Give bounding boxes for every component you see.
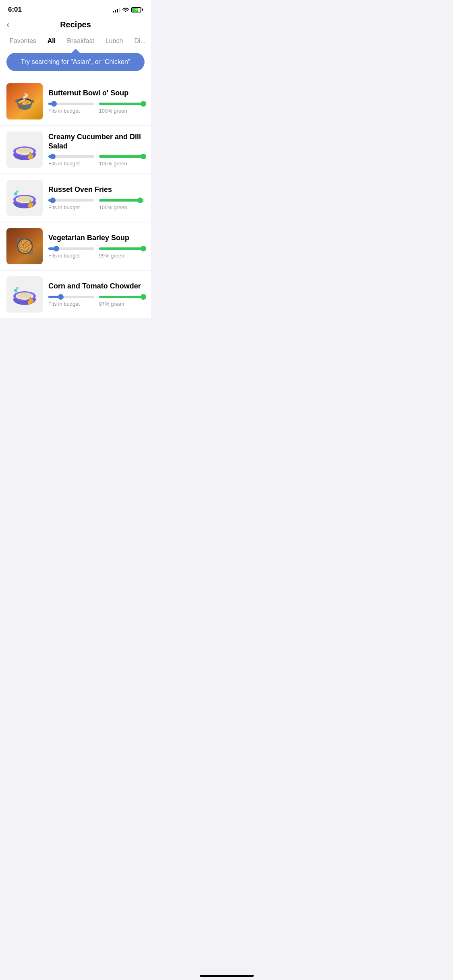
recipe-card-butternut-bowl[interactable]: 🍲 Butternut Bowl o' Soup Fits in budget — [0, 78, 151, 125]
recipe-name-russet: Russet Oven Fries — [48, 185, 145, 194]
status-icons: ⚡ — [113, 7, 143, 12]
recipe-list: 🍲 Butternut Bowl o' Soup Fits in budget — [0, 78, 151, 318]
page-title: Recipes — [60, 20, 91, 29]
recipe-image-cucumber — [6, 132, 43, 168]
svg-point-3 — [17, 148, 32, 153]
green-label-butternut: 100% green — [99, 108, 127, 114]
svg-point-19 — [17, 292, 32, 298]
recipe-info-russet: Russet Oven Fries Fits in budget — [48, 185, 145, 211]
tab-breakfast[interactable]: Breakfast — [61, 35, 100, 47]
svg-point-14 — [14, 192, 17, 196]
tab-favorites[interactable]: Favorites — [4, 35, 42, 47]
bowl-svg-3 — [8, 278, 41, 311]
recipe-image-russet — [6, 180, 43, 216]
budget-bar-cucumber — [48, 155, 94, 158]
recipe-name-chowder: Corn and Tomato Chowder — [48, 282, 145, 291]
svg-point-15 — [16, 190, 19, 193]
recipe-card-cucumber[interactable]: Creamy Cucumber and Dill Salad Fits in b… — [0, 126, 151, 173]
wifi-icon — [122, 7, 129, 12]
green-bar-butternut — [99, 103, 145, 105]
green-label-cucumber: 100% green — [99, 161, 127, 167]
recipe-info-chowder: Corn and Tomato Chowder Fits in budget — [48, 282, 145, 307]
budget-label-russet: Fits in budget — [48, 204, 80, 210]
budget-bar-russet — [48, 199, 94, 202]
recipe-name-cucumber: Creamy Cucumber and Dill Salad — [48, 132, 145, 150]
svg-point-10 — [17, 196, 32, 202]
status-time: 6:01 — [8, 6, 22, 14]
green-bar-russet — [99, 199, 145, 202]
recipe-image-barley: 🥘 — [6, 228, 43, 264]
budget-bar-butternut — [48, 103, 94, 105]
search-tooltip-wrap: Try searching for "Asian", or "Chicken" — [0, 53, 151, 78]
signal-icon — [113, 7, 120, 12]
bowl-svg-2 — [8, 182, 41, 214]
status-bar: 6:01 ⚡ — [0, 0, 151, 16]
header: ‹ Recipes — [0, 16, 151, 35]
green-bar-chowder — [99, 296, 145, 298]
recipe-info-butternut: Butternut Bowl o' Soup Fits in budget — [48, 89, 145, 114]
green-label-barley: 99% green — [99, 253, 124, 259]
green-bar-cucumber — [99, 155, 145, 158]
budget-label-cucumber: Fits in budget — [48, 161, 80, 167]
recipe-card-russet[interactable]: Russet Oven Fries Fits in budget — [0, 174, 151, 222]
green-label-russet: 100% green — [99, 204, 127, 210]
back-button[interactable]: ‹ — [6, 20, 9, 30]
recipe-name-butternut: Butternut Bowl o' Soup — [48, 89, 145, 98]
recipe-name-barley: Vegetarian Barley Soup — [48, 233, 145, 243]
recipe-info-barley: Vegetarian Barley Soup Fits in budget — [48, 233, 145, 259]
recipe-image-chowder — [6, 276, 43, 313]
recipe-card-barley[interactable]: 🥘 Vegetarian Barley Soup Fits in budget — [0, 222, 151, 270]
battery-icon: ⚡ — [131, 7, 143, 12]
recipe-image-butternut: 🍲 — [6, 83, 43, 119]
tab-dinner[interactable]: Di... — [128, 35, 151, 47]
budget-label-barley: Fits in budget — [48, 253, 80, 259]
recipe-info-cucumber: Creamy Cucumber and Dill Salad Fits in b… — [48, 132, 145, 167]
budget-label-chowder: Fits in budget — [48, 301, 80, 307]
budget-bar-barley — [48, 247, 94, 250]
budget-label-butternut: Fits in budget — [48, 108, 80, 114]
green-label-chowder: 97% green — [99, 301, 124, 307]
bowl-svg — [8, 134, 41, 166]
tab-lunch[interactable]: Lunch — [100, 35, 129, 47]
budget-bar-chowder — [48, 296, 94, 298]
svg-point-24 — [16, 287, 19, 289]
search-tooltip[interactable]: Try searching for "Asian", or "Chicken" — [6, 53, 145, 71]
green-bar-barley — [99, 247, 145, 250]
tab-all[interactable]: All — [42, 35, 61, 47]
search-tooltip-text: Try searching for "Asian", or "Chicken" — [21, 58, 130, 65]
recipe-card-chowder[interactable]: Corn and Tomato Chowder Fits in budget — [0, 271, 151, 318]
svg-point-23 — [14, 289, 17, 292]
